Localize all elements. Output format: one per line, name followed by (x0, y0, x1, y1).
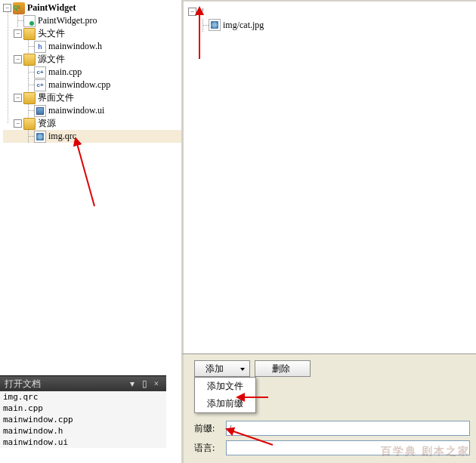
remove-button[interactable]: 删除 (255, 360, 311, 377)
project-tree[interactable]: − PaintWidget PaintWidget.pro − 头文件 h ma… (0, 0, 181, 143)
prefix-label: 前缀: (194, 422, 226, 435)
add-button[interactable]: 添加 (194, 360, 250, 377)
tree-label: img.qrc (48, 131, 76, 142)
prefix-input[interactable] (226, 421, 470, 436)
cpp-file-icon: c+ (34, 79, 46, 91)
tree-node-headers[interactable]: − 头文件 (3, 27, 181, 40)
expander-icon[interactable]: − (14, 29, 22, 38)
lang-label: 语言: (194, 442, 226, 455)
tree-node-resources[interactable]: − 资源 (3, 117, 181, 130)
tree-label: 界面文件 (38, 91, 74, 104)
cpp-file-icon: c+ (34, 66, 46, 79)
add-button-label: 添加 (206, 363, 224, 375)
resource-tree[interactable]: − / img/cat.jpg (181, 0, 476, 353)
resource-form: 添加 删除 添加文件 添加前缀 前缀: 语言: 百学典 剧本之家 (181, 353, 476, 463)
tree-label: 头文件 (38, 27, 65, 40)
tree-label: PaintWidget.pro (38, 15, 97, 26)
add-dropdown-menu: 添加文件 添加前缀 (194, 377, 256, 413)
docs-list[interactable]: img.qrc main.cpp mainwindow.cpp mainwind… (0, 391, 166, 448)
tree-node-file[interactable]: mainwindow.ui (3, 104, 181, 117)
split-icon[interactable]: ▯ (139, 378, 150, 389)
expander-icon[interactable]: − (14, 55, 22, 63)
folder-icon (23, 118, 36, 130)
resource-root-node[interactable]: − / (188, 5, 476, 18)
expander-icon[interactable]: − (14, 119, 22, 128)
tree-node-file[interactable]: c+ main.cpp (3, 66, 181, 79)
tree-node-file[interactable]: c+ mainwindow.cpp (3, 79, 181, 91)
docs-item[interactable]: mainwindow.cpp (0, 414, 166, 425)
tree-label: img/cat.jpg (223, 20, 264, 31)
project-icon (13, 2, 25, 14)
tree-node-forms[interactable]: − 界面文件 (3, 91, 181, 104)
dropdown-icon[interactable]: ▾ (127, 378, 138, 389)
folder-icon (23, 54, 36, 66)
expander-icon[interactable]: − (14, 94, 22, 102)
docs-title-text: 打开文档 (5, 378, 125, 390)
docs-item[interactable]: main.cpp (0, 403, 166, 414)
expander-icon[interactable]: − (188, 8, 196, 16)
watermark-text: 百学典 剧本之家 (381, 445, 470, 458)
tree-node-root[interactable]: − PaintWidget (3, 2, 181, 14)
tree-node-file-selected[interactable]: img.qrc (3, 130, 181, 143)
pro-file-icon (23, 15, 36, 27)
docs-title-bar: 打开文档 ▾ ▯ × (0, 376, 166, 391)
menu-item-add-file[interactable]: 添加文件 (195, 378, 255, 395)
tree-node-pro[interactable]: PaintWidget.pro (3, 14, 181, 27)
expander-icon[interactable]: − (3, 4, 11, 12)
tree-label: 资源 (38, 117, 56, 130)
tree-label: PaintWidget (27, 2, 76, 14)
folder-icon (23, 92, 36, 104)
tree-label: mainwindow.ui (48, 105, 104, 116)
remove-button-label: 删除 (272, 363, 290, 375)
h-file-icon: h (34, 41, 46, 53)
docs-item[interactable]: img.qrc (0, 391, 166, 403)
close-icon[interactable]: × (151, 378, 162, 389)
tree-label: / (201, 6, 203, 17)
tree-node-sources[interactable]: − 源文件 (3, 53, 181, 66)
docs-item[interactable]: mainwindow.ui (0, 437, 166, 448)
qrc-file-icon (34, 131, 46, 143)
open-documents-panel: 打开文档 ▾ ▯ × img.qrc main.cpp mainwindow.c… (0, 375, 166, 448)
tree-label: mainwindow.h (48, 41, 102, 52)
ui-file-icon (34, 105, 46, 117)
resource-item-node[interactable]: img/cat.jpg (188, 18, 476, 32)
resource-editor-panel: − / img/cat.jpg 添加 删除 添加文件 添加前缀 前缀: (181, 0, 476, 463)
image-file-icon (209, 19, 221, 31)
docs-item[interactable]: mainwindow.h (0, 425, 166, 437)
tree-label: 源文件 (38, 53, 65, 66)
tree-label: mainwindow.cpp (48, 79, 110, 91)
tree-node-file[interactable]: h mainwindow.h (3, 40, 181, 53)
menu-item-add-prefix[interactable]: 添加前缀 (195, 395, 255, 412)
tree-label: main.cpp (48, 66, 82, 78)
folder-icon (23, 28, 36, 40)
